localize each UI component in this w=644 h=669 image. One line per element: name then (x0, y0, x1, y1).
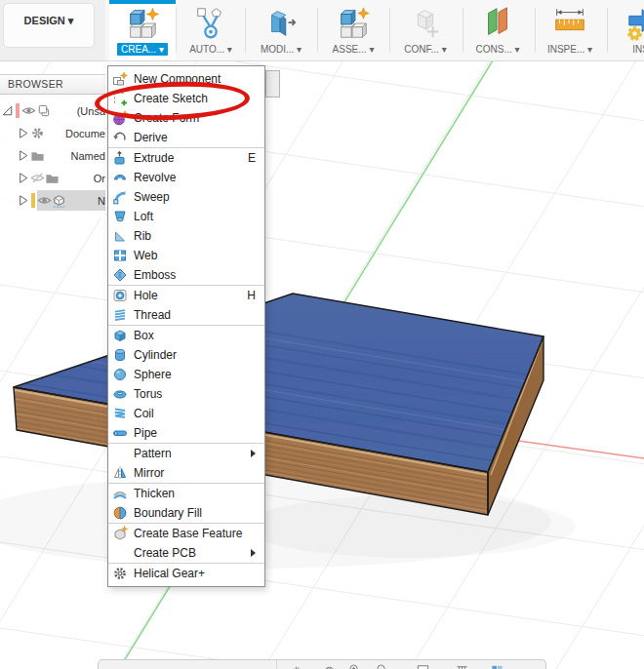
menu-item-boundary-fill[interactable]: Boundary Fill (108, 503, 264, 523)
revolve-icon (112, 170, 128, 185)
menu-item-label: Rib (134, 229, 151, 243)
visibility-eye-icon[interactable] (21, 103, 36, 118)
viewports-icon (491, 663, 503, 669)
visibility-eye-icon[interactable] (37, 193, 52, 208)
menu-item-sweep[interactable]: Sweep (108, 187, 264, 207)
menu-item-box[interactable]: Box (108, 326, 264, 345)
browser-row-label: Docume (63, 128, 105, 139)
menu-item-label: Web (134, 249, 157, 262)
toolbar-separator (607, 8, 608, 53)
toolbar-tab-inse[interactable]: INSE (609, 0, 644, 60)
tab-label: AUTO... ▾ (178, 44, 244, 55)
zoom-in-icon[interactable] (348, 662, 361, 669)
tab-label: CREA... ▾ (109, 44, 176, 55)
tab-label: CONF... ▾ (392, 44, 459, 55)
menu-item-sphere[interactable]: Sphere (108, 365, 264, 384)
loft-icon (112, 209, 128, 224)
browser-row-or[interactable]: Or (0, 167, 105, 189)
navbar-divider (276, 660, 277, 669)
menu-item-create-base-feature[interactable]: Create Base Feature (108, 524, 264, 543)
browser-row-named[interactable]: Named (0, 144, 105, 167)
menu-item-revolve[interactable]: Revolve (108, 168, 264, 187)
menu-item-cylinder[interactable]: Cylinder (108, 345, 264, 365)
menu-item-derive[interactable]: Derive (108, 128, 264, 147)
toolbar-tab-inspe[interactable]: INSPE... ▾ (537, 0, 603, 60)
pan-icon[interactable] (291, 662, 303, 669)
menu-item-label: Create PCB (134, 546, 196, 560)
eye-off-icon[interactable] (30, 171, 45, 185)
workspace-selector[interactable]: DESIGN ▾ (3, 3, 95, 48)
viewports-icon[interactable] (491, 662, 503, 669)
automate-icon (178, 5, 244, 44)
collapsed-triangle-icon (16, 148, 30, 163)
sphere-icon (112, 367, 128, 382)
toolbar-tab-asse[interactable]: ASSE... ▾ (320, 0, 386, 60)
menu-item-emboss[interactable]: Emboss (108, 265, 264, 285)
browser-row-n[interactable]: N (0, 189, 105, 212)
menu-item-label: Coil (134, 407, 154, 420)
menu-item-pipe[interactable]: Pipe (108, 423, 264, 443)
menu-item-mirror[interactable]: Mirror (108, 463, 264, 483)
orbit-icon[interactable] (323, 662, 336, 669)
toolbar-tab-crea[interactable]: CREA... ▾ (109, 0, 176, 60)
folder-icon (45, 171, 60, 185)
new-component-icon (112, 71, 128, 87)
grid-settings-icon[interactable] (456, 662, 468, 669)
menu-item-label: Thread (134, 308, 171, 322)
toolbar-tab-conf[interactable]: CONF... ▾ (392, 0, 459, 60)
body-cube-icon (52, 193, 66, 208)
thread-icon (112, 307, 128, 323)
rib-icon (112, 228, 128, 244)
grid-settings-icon (456, 663, 468, 669)
emboss-icon (112, 267, 128, 283)
menu-item-create-sketch[interactable]: Create Sketch (108, 89, 264, 108)
modify-icon (248, 5, 314, 44)
fit-view-icon[interactable] (376, 662, 388, 669)
menu-item-label: Helical Gear+ (134, 567, 205, 580)
menu-item-web[interactable]: Web (108, 246, 264, 265)
menu-item-loft[interactable]: Loft (108, 207, 264, 226)
toolbar-tab-modi[interactable]: MODI... ▾ (248, 0, 314, 60)
collapsed-triangle-icon (16, 193, 30, 208)
menu-item-torus[interactable]: Torus (108, 384, 264, 404)
navigation-bar[interactable] (98, 659, 546, 669)
menu-item-helical-gear[interactable]: Helical Gear+ (108, 564, 264, 583)
display-settings-icon[interactable] (417, 662, 429, 669)
browser-row-unsa[interactable]: (Unsa (0, 99, 105, 122)
menu-item-thread[interactable]: Thread (108, 305, 264, 325)
insert-icon (609, 5, 644, 44)
toolbar-separator (389, 8, 390, 53)
web-icon (112, 248, 128, 263)
create-base-feature-icon (112, 526, 128, 541)
menu-item-pattern[interactable]: Pattern (108, 444, 264, 463)
toolbar-tab-auto[interactable]: AUTO... ▾ (178, 0, 244, 60)
menu-flyout-stub (265, 70, 280, 98)
menu-item-coil[interactable]: Coil (108, 404, 264, 423)
menu-item-new-component[interactable]: New Component (108, 69, 264, 89)
browser-row-label: Or (92, 173, 105, 184)
menu-item-create-form[interactable]: Create Form (108, 108, 264, 128)
menu-item-hole[interactable]: HoleH (108, 286, 264, 305)
configure-icon (407, 5, 444, 42)
menu-item-label: Emboss (134, 268, 176, 282)
derive-icon (112, 130, 128, 145)
collapsed-triangle-icon (16, 126, 30, 140)
menu-item-thicken[interactable]: Thicken (108, 484, 264, 503)
browser-row-docume[interactable]: Docume (0, 122, 105, 144)
toolbar-tab-cons[interactable]: CONS... ▾ (464, 0, 531, 60)
menu-item-label: Mirror (134, 466, 164, 480)
menu-item-create-pcb[interactable]: Create PCB (108, 543, 264, 563)
browser-panel: BROWSER (UnsaDocumeNamedOrN (0, 74, 105, 217)
menu-item-label: Extrude (134, 151, 174, 165)
automate-icon (192, 5, 229, 42)
menu-item-extrude[interactable]: ExtrudeE (108, 148, 264, 168)
menu-item-rib[interactable]: Rib (108, 226, 264, 246)
browser-row-label: N (96, 195, 105, 207)
toolbar-separator (317, 8, 318, 53)
torus-icon (112, 386, 128, 402)
cylinder-icon (112, 347, 128, 363)
toolbar-separator (176, 8, 177, 53)
tab-label: MODI... ▾ (248, 44, 314, 55)
menu-item-label: Create Base Feature (134, 527, 242, 540)
color-swatch-bar (31, 193, 35, 208)
